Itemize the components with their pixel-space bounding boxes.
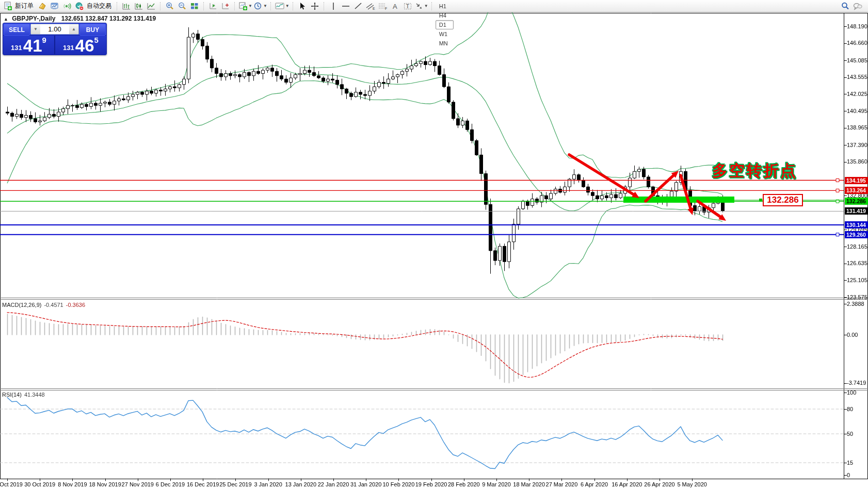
chevron-down-icon: ▼ bbox=[248, 4, 252, 8]
rsi-tick-label: 50 bbox=[847, 431, 868, 437]
zoom-in-button[interactable] bbox=[164, 1, 175, 11]
auto-arrange-button[interactable] bbox=[207, 1, 219, 11]
turning-point-annotation[interactable]: 多空转折点 bbox=[712, 160, 797, 182]
timeframe-button-h1[interactable]: H1 bbox=[436, 2, 454, 11]
price-tick-label: 125.105 bbox=[847, 277, 868, 283]
chart-window-button[interactable] bbox=[49, 1, 60, 11]
chevron-down-icon: ▼ bbox=[424, 4, 428, 8]
timeframe-button-w1[interactable]: W1 bbox=[436, 29, 454, 39]
line-chart-icon bbox=[147, 2, 156, 11]
text-label-icon: T bbox=[403, 2, 412, 11]
time-axis-label: 6 Apr 2020 bbox=[581, 481, 608, 487]
price-level-tag: 134.195 bbox=[845, 177, 868, 184]
market-watch-button[interactable] bbox=[37, 1, 48, 11]
macd-pane-label: MACD(12,26,9)-0.4571-0.3636 bbox=[2, 302, 85, 308]
tile-windows-button[interactable] bbox=[189, 1, 200, 11]
equidistant-channel-button[interactable]: E bbox=[365, 1, 376, 11]
text-label-button[interactable]: T bbox=[402, 1, 413, 11]
tile-windows-icon bbox=[190, 2, 199, 11]
price-tick-label: 135.860 bbox=[847, 158, 868, 165]
fibonacci-icon: F bbox=[378, 2, 388, 11]
time-axis-label: 28 Feb 2020 bbox=[448, 481, 480, 487]
chevron-down-icon: ▼ bbox=[263, 4, 267, 8]
volume-input[interactable] bbox=[40, 24, 69, 34]
timeframe-group: M1M5M15M30H1H4D1W1MN bbox=[435, 0, 454, 48]
arrows-icon bbox=[414, 2, 424, 11]
time-axis-label: 16 Apr 2020 bbox=[612, 481, 642, 487]
time-axis-label: 30 Oct 2019 bbox=[24, 481, 55, 487]
time-axis-label: 31 Jan 2020 bbox=[350, 481, 382, 487]
time-axis-label: 5 May 2020 bbox=[677, 481, 706, 487]
new-order-label[interactable]: 新订单 bbox=[15, 2, 34, 10]
horizontal-line-icon bbox=[341, 2, 350, 11]
buy-button[interactable]: BUY bbox=[79, 24, 106, 36]
macd-value: -0.4571 bbox=[44, 302, 63, 308]
price-flag-label[interactable]: 132.286 bbox=[763, 194, 803, 206]
text-button[interactable]: A bbox=[390, 1, 401, 11]
sell-button[interactable]: SELL bbox=[4, 24, 30, 36]
price-chart-canvas[interactable] bbox=[0, 0, 868, 489]
buy-price[interactable]: 131 46 5 bbox=[55, 36, 106, 54]
market-watch-icon bbox=[38, 2, 47, 11]
align-chart-button[interactable] bbox=[220, 1, 231, 11]
volume-decrease-button[interactable]: ▼ bbox=[31, 24, 40, 34]
equidistant-channel-icon: E bbox=[365, 2, 376, 11]
bar-chart-button[interactable] bbox=[121, 1, 132, 11]
search-button[interactable] bbox=[840, 1, 851, 11]
auto-trading-button[interactable] bbox=[74, 1, 85, 11]
price-level-tag: 132.286 bbox=[845, 198, 868, 205]
trendline-icon bbox=[353, 2, 363, 11]
chart-profiles-icon bbox=[253, 2, 263, 11]
new-chart-button[interactable]: ▼ bbox=[238, 1, 252, 11]
candlestick-chart-icon bbox=[134, 2, 143, 11]
zoom-out-icon bbox=[178, 2, 187, 11]
sell-price[interactable]: 131 41 9 bbox=[3, 36, 55, 54]
one-click-trading-panel: SELL ▼ ▲ BUY 131 41 9 131 46 5 bbox=[3, 23, 107, 55]
crosshair-icon bbox=[310, 2, 319, 11]
sell-price-point: 9 bbox=[42, 36, 46, 44]
price-tick-label: 123.575 bbox=[847, 294, 868, 300]
svg-text:E: E bbox=[373, 7, 375, 10]
price-tick-label: 142.025 bbox=[847, 91, 868, 97]
chart-profiles-button[interactable]: ▼ bbox=[253, 1, 267, 11]
chat-button[interactable] bbox=[852, 1, 863, 11]
crosshair-button[interactable] bbox=[309, 1, 320, 11]
timeframe-button-h4[interactable]: H4 bbox=[436, 11, 454, 20]
vertical-line-button[interactable] bbox=[328, 1, 339, 11]
line-chart-button[interactable] bbox=[146, 1, 157, 11]
rsi-label: RSI(14) bbox=[2, 392, 22, 398]
new-order-icon bbox=[3, 2, 12, 11]
price-tick-label: 137.390 bbox=[847, 142, 868, 148]
text-icon: A bbox=[391, 2, 399, 11]
timeframe-button-d1[interactable]: D1 bbox=[436, 20, 454, 29]
signals-button[interactable] bbox=[61, 1, 73, 11]
candlestick-chart-button[interactable] bbox=[133, 1, 144, 11]
price-tick-label: 128.165 bbox=[847, 243, 868, 250]
rsi-tick-label: 80 bbox=[847, 406, 868, 412]
fibonacci-button[interactable]: F bbox=[377, 1, 389, 11]
toolbar-separator bbox=[270, 2, 271, 10]
collapse-panel-icon[interactable]: ▲ bbox=[4, 17, 8, 22]
time-axis-label: 16 Dec 2019 bbox=[187, 481, 219, 487]
cursor-button[interactable] bbox=[297, 1, 308, 11]
trendline-button[interactable] bbox=[352, 1, 364, 11]
price-tick-label: 148.190 bbox=[847, 23, 868, 29]
price-level-tag: 130.144 bbox=[845, 221, 868, 229]
search-icon bbox=[841, 2, 850, 11]
volume-increase-button[interactable]: ▲ bbox=[69, 24, 78, 34]
indicators-button[interactable]: ▼ bbox=[275, 1, 290, 11]
arrows-button[interactable]: ▼ bbox=[414, 1, 428, 11]
svg-text:F: F bbox=[385, 7, 387, 10]
timeframe-button-mn[interactable]: MN bbox=[436, 39, 454, 48]
chart-title: ▲ GBPJPY-,Daily 132.651 132.847 131.292 … bbox=[4, 15, 156, 22]
time-axis-label: 9 Mar 2020 bbox=[482, 481, 511, 487]
zoom-out-button[interactable] bbox=[176, 1, 188, 11]
svg-text:T: T bbox=[406, 3, 409, 9]
time-axis-label: 18 Nov 2019 bbox=[89, 481, 121, 487]
new-order-button[interactable] bbox=[2, 1, 13, 11]
new-chart-icon bbox=[238, 2, 248, 11]
buy-price-point: 5 bbox=[94, 36, 99, 44]
horizontal-line-button[interactable] bbox=[340, 1, 351, 11]
auto-trading-label[interactable]: 自动交易 bbox=[87, 2, 111, 10]
toolbar-separator bbox=[203, 2, 204, 10]
